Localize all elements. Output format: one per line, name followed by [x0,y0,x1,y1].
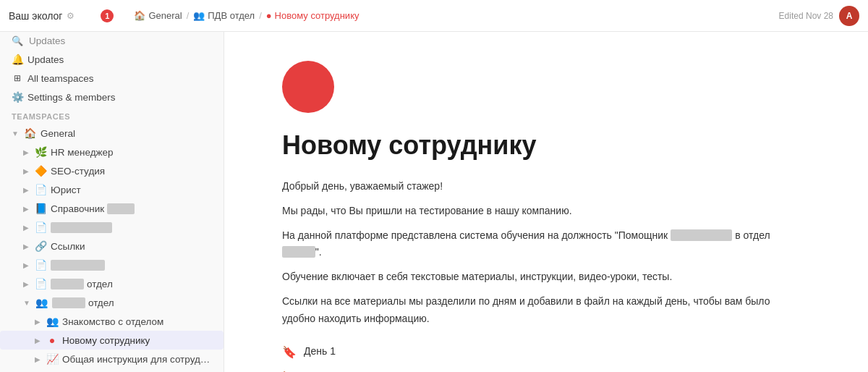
doc-icon: 📄 [35,221,46,233]
chevron-icon: ▼ [23,299,30,307]
novomu-label: Новому сотруднику [62,335,212,346]
teamspaces-icon: ⊞ [12,72,23,84]
spravochnik-icon: 📘 [35,203,46,214]
team-icon: 👥 [193,10,205,21]
day-2-label: День 2 [304,368,336,372]
blurred-label2: ███████ [51,260,212,271]
tree-item-general[interactable]: ▼ 🏠 General [0,124,224,143]
search-item[interactable]: 🔍 Updates [0,32,224,50]
chevron-icon: ▼ [12,130,19,138]
paragraph-1: Добрый день, уважаемый стажер! [282,178,774,195]
updates-label: Updates [27,54,212,65]
blurred-label: ████████ [51,222,212,233]
sidebar-item-teamspaces[interactable]: ⊞ All teamspaces [0,69,224,88]
day-list: 🔖 День 1 🔖 День 2 🔖 День 3 🔖 День 4 [282,339,774,372]
gear-icon: ⚙️ [12,91,23,103]
doc-icon3: 📄 [35,278,46,289]
tree-item-hr[interactable]: ▶ 🌿 HR менеджер [0,143,224,161]
bookmark-icon-1: 🔖 [282,342,297,362]
updates-icon: 🔔 [12,54,23,65]
chevron-icon: ▶ [23,242,29,250]
topbar-badge[interactable]: 1 [101,9,114,22]
day-item-2[interactable]: 🔖 День 2 [282,365,774,372]
yurist-label: Юрист [51,185,212,195]
links-icon: 🔗 [35,240,46,252]
tree-item-checklist[interactable]: ▶ 📋 Общий чек-лист по проверке проекта/█… [0,368,224,372]
chevron-icon: ▶ [35,355,41,363]
settings-icon[interactable]: ⚙ [67,11,75,21]
general-icon: 🏠 [25,127,36,139]
teamspaces-label: All teamspaces [27,73,212,84]
instrukcia-icon: 📈 [46,353,58,365]
tree-item-yurist[interactable]: ▶ 📄 Юрист [0,180,224,199]
chevron-icon: ▶ [35,318,41,326]
paragraph-2: Мы рады, что Вы пришли на тестирование в… [282,203,774,220]
bookmark-icon-2: 🔖 [282,368,297,372]
sidebar-item-settings[interactable]: ⚙️ Settings & members [0,88,224,106]
tree-item-znakomstvo[interactable]: ▶ 👥 Знакомство с отделом [0,312,224,331]
chevron-icon: ▶ [23,280,29,288]
otdel1-label: ████ отдел [51,279,212,289]
red-circle-icon: ● [266,10,272,21]
chevron-icon: ▶ [23,261,29,269]
tree-item-seo[interactable]: ▶ 🔶 SEO-студия [0,161,224,180]
tree-item-spravochnik[interactable]: ▶ 📘 Справочник ████ [0,199,224,218]
search-icon: 🔍 [12,35,23,46]
hr-icon: 🌿 [35,146,46,158]
seo-icon: 🔶 [35,165,46,177]
team2-icon: 👥 [36,297,48,308]
breadcrumb-current[interactable]: ● Новому сотруднику [266,10,359,21]
chevron-icon: ▶ [23,186,29,194]
topbar-left: Ваш эколог ⚙ 1 🏠 General / 👥 ПДВ отдел /… [9,9,359,22]
yurist-icon: 📄 [35,184,46,195]
general-label: General [41,128,212,139]
chevron-icon: ▶ [23,167,29,175]
sidebar-item-updates[interactable]: 🔔 Updates [0,50,224,69]
tree-item-blurred-2[interactable]: ▶ 📄 ███████ [0,255,224,274]
hr-label: HR менеджер [51,147,212,158]
breadcrumb: 🏠 General / 👥 ПДВ отдел / ● Новому сотру… [134,10,359,21]
day-1-label: День 1 [304,343,336,360]
topbar: Ваш эколог ⚙ 1 🏠 General / 👥 ПДВ отдел /… [0,0,868,32]
tree-item-instrukcia[interactable]: ▶ 📈 Общая инструкция для сотрудников отд… [0,350,224,368]
topbar-workspace-title[interactable]: Ваш эколог [9,10,62,22]
doc-icon2: 📄 [35,259,46,271]
content-area: Новому сотруднику Добрый день, уважаемый… [224,32,868,372]
pdv-otdel-label: ████ отдел [52,297,212,308]
paragraph-5: Ссылки на все материалы мы разделили по … [282,293,774,328]
tree-item-otdel1[interactable]: ▶ 📄 ████ отдел [0,274,224,293]
breadcrumb-general[interactable]: 🏠 General [134,10,182,21]
chevron-icon: ▶ [35,337,41,344]
chevron-icon: ▶ [23,205,29,213]
breadcrumb-pdv[interactable]: 👥 ПДВ отдел [193,10,255,21]
znakomstvo-label: Знакомство с отделом [62,316,212,327]
paragraph-3: На данной платформе представлена система… [282,227,774,262]
page-title: Новому сотруднику [282,130,810,161]
day-item-1[interactable]: 🔖 День 1 [282,339,774,365]
home-icon: 🏠 [134,10,145,21]
sidebar: 🔍 Updates 🔔 Updates ⊞ All teamspaces ⚙️ … [0,32,224,372]
search-label: Updates [29,35,65,46]
znakomstvo-icon: 👥 [46,316,58,327]
tree-item-links1[interactable]: ▶ 🔗 Ссылки [0,237,224,255]
chevron-icon: ▶ [23,224,29,232]
instrukcia-label: Общая инструкция для сотрудников отдела [62,354,212,365]
novomu-icon: ● [46,334,58,346]
chevron-icon: ▶ [23,148,29,156]
settings-label: Settings & members [27,92,212,103]
teamspaces-section-label: Teamspaces [0,106,224,124]
tree-item-novomu[interactable]: ▶ ● Новому сотруднику [0,331,224,350]
spravochnik-label: Справочник ████ [51,203,212,214]
tree-item-blurred-1[interactable]: ▶ 📄 ████████ [0,218,224,237]
seo-label: SEO-студия [51,166,212,177]
page-icon [282,61,334,113]
paragraph-4: Обучение включает в себя текстовые матер… [282,269,774,286]
avatar[interactable]: A [839,6,859,26]
main-layout: 🔍 Updates 🔔 Updates ⊞ All teamspaces ⚙️ … [0,32,868,372]
edited-label: Edited Nov 28 [779,11,833,21]
topbar-right: Edited Nov 28 A [779,6,859,26]
page-body: Добрый день, уважаемый стажер! Мы рады, … [282,178,774,372]
links1-label: Ссылки [51,241,212,252]
tree-item-pdv-otdel[interactable]: ▼ 👥 ████ отдел [0,293,224,312]
